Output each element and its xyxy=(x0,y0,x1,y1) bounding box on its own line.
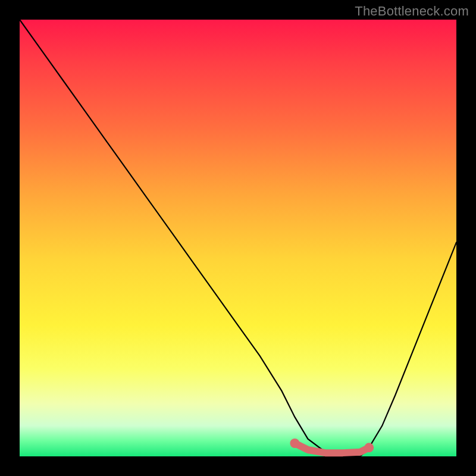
watermark-text: TheBottleneck.com xyxy=(355,4,469,19)
optimal-range-end-dot xyxy=(364,443,374,452)
plot-area xyxy=(20,20,456,456)
optimal-range-segment xyxy=(295,443,369,453)
chart-frame: TheBottleneck.com xyxy=(0,0,476,476)
curve-layer xyxy=(20,20,456,456)
bottleneck-curve xyxy=(20,20,456,456)
optimal-range-start-dot xyxy=(290,439,299,448)
